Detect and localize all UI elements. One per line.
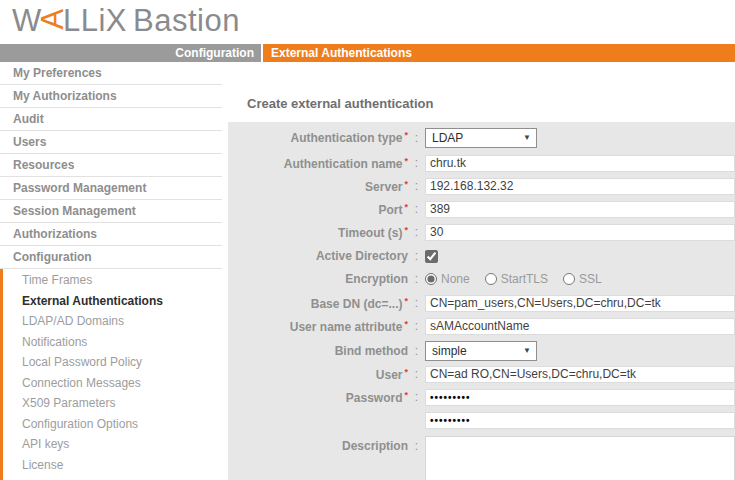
active-directory-checkbox[interactable] xyxy=(425,250,438,263)
label-colon: : xyxy=(408,319,425,333)
label-colon: : xyxy=(408,390,425,404)
user-name-attribute-row: User name attribute* : xyxy=(228,317,735,335)
sidebar-item-audit[interactable]: Audit xyxy=(0,108,222,131)
label-colon: : xyxy=(408,439,425,453)
port-row: Port* : xyxy=(228,200,735,218)
breadcrumb-section-label: Configuration xyxy=(175,46,254,60)
label-colon: : xyxy=(408,131,425,145)
bind-method-row: Bind method : simple ▼ xyxy=(228,340,735,361)
timeout-row: Timeout (s)* : xyxy=(228,223,735,241)
submenu-item-local-password-policy[interactable]: Local Password Policy xyxy=(0,352,222,373)
submenu-item-x509-parameters[interactable]: X509 Parameters xyxy=(0,393,222,414)
bind-method-label: Bind method xyxy=(335,344,408,358)
encryption-radio-group: None StartTLS SSL xyxy=(425,272,602,286)
sidebar: My Preferences My Authorizations Audit U… xyxy=(0,62,222,269)
sidebar-item-session-management[interactable]: Session Management xyxy=(0,200,222,223)
label-colon: : xyxy=(408,202,425,216)
description-label: Description xyxy=(342,439,408,453)
server-input[interactable] xyxy=(425,178,735,195)
sidebar-item-configuration[interactable]: Configuration xyxy=(0,246,222,269)
base-dn-input[interactable] xyxy=(425,295,735,312)
submenu-item-api-keys[interactable]: API keys xyxy=(0,434,222,455)
wallix-logo-a-icon: A xyxy=(34,8,70,29)
encryption-row: Encryption : None StartTLS SSL xyxy=(228,270,735,288)
base-dn-label: Base DN (dc=...) xyxy=(311,297,403,311)
user-row: User* : xyxy=(228,365,735,383)
label-colon: : xyxy=(408,249,425,263)
submenu-item-external-authentications[interactable]: External Authentications xyxy=(0,291,222,312)
label-colon: : xyxy=(408,179,425,193)
timeout-label: Timeout (s) xyxy=(338,226,402,240)
description-textarea[interactable] xyxy=(425,436,735,480)
breadcrumb-page-bar: External Authentications xyxy=(263,44,735,62)
server-row: Server* : xyxy=(228,177,735,195)
submenu-item-ldap-ad-domains[interactable]: LDAP/AD Domains xyxy=(0,311,222,332)
encryption-option-ssl[interactable]: SSL xyxy=(563,272,602,286)
authentication-type-select[interactable]: LDAP ▼ xyxy=(425,128,537,148)
password-confirm-row xyxy=(228,411,735,429)
encryption-option-ssl-label: SSL xyxy=(579,272,602,286)
encryption-radio-none[interactable] xyxy=(425,273,437,285)
password-label: Password xyxy=(346,391,403,405)
app-logo: WALLiXBastion xyxy=(12,3,240,39)
breadcrumb-section-bar[interactable]: Configuration xyxy=(0,44,261,62)
encryption-option-starttls-label: StartTLS xyxy=(501,272,548,286)
page-title: Create external authentication xyxy=(247,96,433,111)
description-row: Description : xyxy=(228,436,735,480)
active-directory-row: Active Directory : xyxy=(228,247,735,265)
encryption-option-none-label: None xyxy=(441,272,470,286)
server-label: Server xyxy=(365,180,402,194)
password-input[interactable] xyxy=(425,389,735,406)
authentication-type-row: Authentication type* : LDAP ▼ xyxy=(228,127,735,148)
label-colon: : xyxy=(408,296,425,310)
sidebar-item-my-preferences[interactable]: My Preferences xyxy=(0,62,222,85)
breadcrumb: Configuration External Authentications xyxy=(0,44,735,62)
create-authentication-form: Authentication type* : LDAP ▼ Authentica… xyxy=(228,122,735,480)
authentication-type-label: Authentication type xyxy=(290,131,402,145)
user-input[interactable] xyxy=(425,366,735,383)
sidebar-item-authorizations[interactable]: Authorizations xyxy=(0,223,222,246)
logo-text-llix: LLiX xyxy=(63,3,127,38)
sidebar-item-users[interactable]: Users xyxy=(0,131,222,154)
authentication-type-value: LDAP xyxy=(432,131,463,145)
label-colon: : xyxy=(408,156,425,170)
label-colon: : xyxy=(408,225,425,239)
encryption-radio-ssl[interactable] xyxy=(563,273,575,285)
encryption-radio-starttls[interactable] xyxy=(485,273,497,285)
submenu-item-encryption[interactable]: Encryption xyxy=(0,475,222,480)
logo-product-name: Bastion xyxy=(133,3,240,38)
configuration-submenu: Time Frames External Authentications LDA… xyxy=(0,270,222,480)
submenu-item-connection-messages[interactable]: Connection Messages xyxy=(0,373,222,394)
port-input[interactable] xyxy=(425,201,735,218)
user-label: User xyxy=(376,368,403,382)
sidebar-item-password-management[interactable]: Password Management xyxy=(0,177,222,200)
label-colon: : xyxy=(408,344,425,358)
port-label: Port xyxy=(378,203,402,217)
chevron-down-icon: ▼ xyxy=(523,133,531,142)
base-dn-row: Base DN (dc=...)* : xyxy=(228,294,735,312)
bind-method-value: simple xyxy=(432,344,467,358)
password-confirm-input[interactable] xyxy=(425,412,735,429)
label-colon: : xyxy=(408,367,425,381)
submenu-item-notifications[interactable]: Notifications xyxy=(0,332,222,353)
chevron-down-icon: ▼ xyxy=(523,346,531,355)
app-window: WALLiXBastion Configuration External Aut… xyxy=(0,0,735,480)
active-directory-label: Active Directory xyxy=(316,249,408,263)
bind-method-select[interactable]: simple ▼ xyxy=(425,341,537,361)
submenu-item-configuration-options[interactable]: Configuration Options xyxy=(0,414,222,435)
encryption-option-none[interactable]: None xyxy=(425,272,470,286)
user-name-attribute-input[interactable] xyxy=(425,318,735,335)
breadcrumb-page-label: External Authentications xyxy=(271,46,412,60)
authentication-name-input[interactable] xyxy=(425,155,735,172)
user-name-attribute-label: User name attribute xyxy=(290,320,403,334)
authentication-name-row: Authentication name* : xyxy=(228,154,735,172)
timeout-input[interactable] xyxy=(425,224,735,241)
encryption-label: Encryption xyxy=(345,272,408,286)
authentication-name-label: Authentication name xyxy=(284,157,403,171)
submenu-item-time-frames[interactable]: Time Frames xyxy=(0,270,222,291)
sidebar-item-my-authorizations[interactable]: My Authorizations xyxy=(0,85,222,108)
submenu-item-license[interactable]: License xyxy=(0,455,222,476)
sidebar-item-resources[interactable]: Resources xyxy=(0,154,222,177)
password-row: Password* : xyxy=(228,388,735,406)
encryption-option-starttls[interactable]: StartTLS xyxy=(485,272,548,286)
